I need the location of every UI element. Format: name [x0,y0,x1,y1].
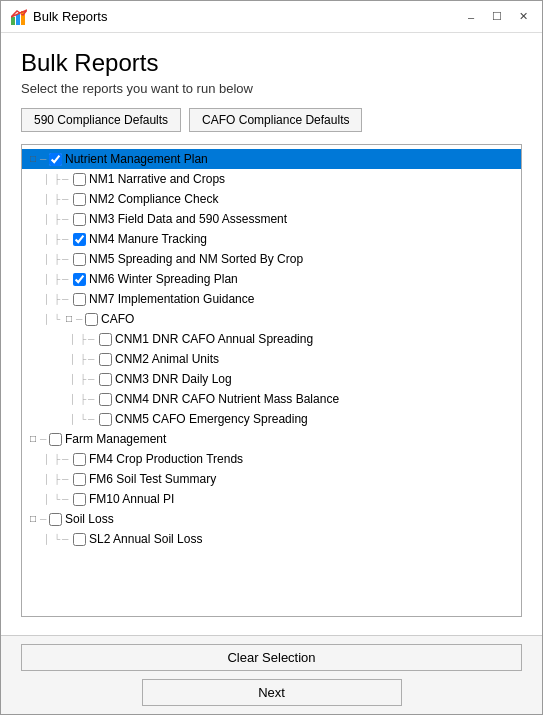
cafo-defaults-button[interactable]: CAFO Compliance Defaults [189,108,362,132]
tree-item-cnm4: │ ├ ─ CNM4 DNR CAFO Nutrient Mass Balanc… [22,389,521,409]
cb-nm7[interactable] [73,293,86,306]
app-icon [11,9,27,25]
defaults-row: 590 Compliance Defaults CAFO Compliance … [21,108,522,132]
tree-container: □ ─ Nutrient Management Plan │ ├ ─ NM1 N… [21,144,522,617]
cb-nm6[interactable] [73,273,86,286]
label-sl2: SL2 Annual Soil Loss [89,530,202,548]
cb-sl2[interactable] [73,533,86,546]
expand-nmp[interactable]: □ [26,152,40,166]
label-nm2: NM2 Compliance Check [89,190,218,208]
label-nm1: NM1 Narrative and Crops [89,170,225,188]
cb-fm10[interactable] [73,493,86,506]
title-bar: Bulk Reports – ☐ ✕ [1,1,542,33]
cb-fm6[interactable] [73,473,86,486]
cb-nmp[interactable] [49,153,62,166]
main-window: Bulk Reports – ☐ ✕ Bulk Reports Select t… [0,0,543,715]
label-cafo: CAFO [101,310,134,328]
cb-cnm2[interactable] [99,353,112,366]
tree-item-nm2: │ ├ ─ NM2 Compliance Check [22,189,521,209]
label-nm5: NM5 Spreading and NM Sorted By Crop [89,250,303,268]
tree-item-cnm1: │ ├ ─ CNM1 DNR CAFO Annual Spreading [22,329,521,349]
clear-selection-button[interactable]: Clear Selection [21,644,522,671]
cb-cnm1[interactable] [99,333,112,346]
tree-item-fm[interactable]: □ ─ Farm Management [22,429,521,449]
cb-cnm4[interactable] [99,393,112,406]
tree-item-nm4: │ ├ ─ NM4 Manure Tracking [22,229,521,249]
expand-cafo[interactable]: □ [62,312,76,326]
tree-item-fm10: │ └ ─ FM10 Annual PI [22,489,521,509]
cb-nm2[interactable] [73,193,86,206]
expand-sl[interactable]: □ [26,512,40,526]
tree-item-fm6: │ ├ ─ FM6 Soil Test Summary [22,469,521,489]
svg-rect-0 [11,17,15,25]
content-area: Bulk Reports Select the reports you want… [1,33,542,635]
label-sl: Soil Loss [65,510,114,528]
590-defaults-button[interactable]: 590 Compliance Defaults [21,108,181,132]
label-nmp: Nutrient Management Plan [65,150,208,168]
label-fm: Farm Management [65,430,166,448]
expand-fm[interactable]: □ [26,432,40,446]
label-cnm1: CNM1 DNR CAFO Annual Spreading [115,330,313,348]
label-nm4: NM4 Manure Tracking [89,230,207,248]
tree-item-sl2: │ └ ─ SL2 Annual Soil Loss [22,529,521,549]
svg-rect-1 [16,14,20,25]
tree-item-nm5: │ ├ ─ NM5 Spreading and NM Sorted By Cro… [22,249,521,269]
cb-fm4[interactable] [73,453,86,466]
label-fm6: FM6 Soil Test Summary [89,470,216,488]
label-fm10: FM10 Annual PI [89,490,174,508]
tree-item-sl[interactable]: □ ─ Soil Loss [22,509,521,529]
cb-nm5[interactable] [73,253,86,266]
minimize-button[interactable]: – [462,8,480,26]
label-nm6: NM6 Winter Spreading Plan [89,270,238,288]
tree-item-nm6: │ ├ ─ NM6 Winter Spreading Plan [22,269,521,289]
tree-item-cnm2: │ ├ ─ CNM2 Animal Units [22,349,521,369]
tree-item-cnm5: │ └ ─ CNM5 CAFO Emergency Spreading [22,409,521,429]
tree-item-nm1: │ ├ ─ NM1 Narrative and Crops [22,169,521,189]
page-title: Bulk Reports [21,49,522,77]
cb-fm[interactable] [49,433,62,446]
label-cnm2: CNM2 Animal Units [115,350,219,368]
tree-item-cafo[interactable]: │ └ □ ─ CAFO [22,309,521,329]
tree-item-fm4: │ ├ ─ FM4 Crop Production Trends [22,449,521,469]
maximize-button[interactable]: ☐ [488,8,506,26]
label-nm7: NM7 Implementation Guidance [89,290,254,308]
cb-nm4[interactable] [73,233,86,246]
tree-item-nmp[interactable]: □ ─ Nutrient Management Plan [22,149,521,169]
cb-cnm5[interactable] [99,413,112,426]
close-button[interactable]: ✕ [514,8,532,26]
cb-sl[interactable] [49,513,62,526]
tree-item-cnm3: │ ├ ─ CNM3 DNR Daily Log [22,369,521,389]
window-title: Bulk Reports [33,9,107,24]
cb-nm1[interactable] [73,173,86,186]
label-cnm3: CNM3 DNR Daily Log [115,370,232,388]
label-cnm4: CNM4 DNR CAFO Nutrient Mass Balance [115,390,339,408]
label-cnm5: CNM5 CAFO Emergency Spreading [115,410,308,428]
label-fm4: FM4 Crop Production Trends [89,450,243,468]
cb-cnm3[interactable] [99,373,112,386]
cb-nm3[interactable] [73,213,86,226]
tree-item-nm7: │ ├ ─ NM7 Implementation Guidance [22,289,521,309]
bottom-area: Clear Selection Next [1,635,542,714]
next-button[interactable]: Next [142,679,402,706]
label-nm3: NM3 Field Data and 590 Assessment [89,210,287,228]
tree-item-nm3: │ ├ ─ NM3 Field Data and 590 Assessment [22,209,521,229]
page-subtitle: Select the reports you want to run below [21,81,522,96]
cb-cafo[interactable] [85,313,98,326]
